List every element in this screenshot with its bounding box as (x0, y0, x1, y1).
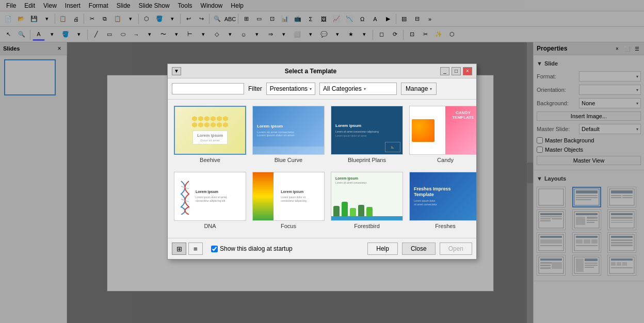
modal-action-buttons: Help Close Open (367, 243, 472, 255)
template-item-beehive[interactable]: Lorem ipsum Dolor sit amet Beehive (174, 106, 246, 166)
template-item-dna[interactable]: Lorem ipsum Lorem ipsum dolor sit amet,c… (174, 172, 246, 232)
modal-search-bar: Filter Presentations ▾ All Categories ▾ … (168, 78, 476, 100)
template-name-dna: DNA (204, 223, 216, 229)
category-select[interactable]: All Categories ▾ (319, 83, 397, 95)
filter-dropdown-arrow: ▾ (310, 87, 312, 91)
template-item-candy[interactable]: CANDYTEMPLATE Candy (409, 106, 476, 166)
template-thumb-candy[interactable]: CANDYTEMPLATE (409, 106, 476, 155)
modal-footer-left: ⊞ ≡ (172, 243, 203, 255)
template-name-beehive: Beehive (200, 157, 220, 163)
manage-btn[interactable]: Manage ▾ (401, 83, 437, 95)
view-grid-btn[interactable]: ⊞ (172, 243, 186, 255)
help-btn[interactable]: Help (367, 243, 398, 255)
template-item-focus[interactable]: Lorem ipsum Lorem ipsum dolor sitconsect… (252, 172, 325, 232)
template-name-blueprint-plans: Blueprint Plans (348, 157, 386, 163)
manage-label: Manage (406, 85, 428, 92)
view-list-btn[interactable]: ≡ (188, 243, 203, 255)
template-item-forestbird[interactable]: Lorem ipsum Lorem sit amet consectetur F… (331, 172, 403, 232)
template-thumb-freshes[interactable]: Freshes ImpressTemplate Lorem ipsum dolo… (409, 172, 476, 221)
template-item-blue-curve[interactable]: Lorem ipsum Lorem sit amet consectetur L… (252, 106, 325, 166)
template-name-freshes: Freshes (435, 223, 456, 229)
template-thumb-beehive[interactable]: Lorem ipsum Dolor sit amet (174, 106, 246, 155)
template-name-focus: Focus (281, 223, 296, 229)
modal-minimize-btn[interactable]: _ (440, 67, 449, 75)
show-dialog-checkbox[interactable] (211, 246, 218, 252)
modal-overlay: ▼ Select a Template _ □ × Filter Present… (0, 0, 644, 323)
modal-title: Select a Template (181, 68, 440, 75)
modal-footer-center: Show this dialog at startup (211, 245, 367, 252)
template-name-blue-curve: Blue Curve (275, 157, 302, 163)
modal-close-btn[interactable]: × (463, 67, 472, 75)
filter-value: Presentations (270, 85, 308, 92)
template-item-freshes[interactable]: Freshes ImpressTemplate Lorem ipsum dolo… (409, 172, 476, 232)
template-grid: Lorem ipsum Dolor sit amet Beehive Lorem… (168, 100, 476, 238)
template-thumb-focus[interactable]: Lorem ipsum Lorem ipsum dolor sitconsect… (252, 172, 325, 221)
filter-label: Filter (248, 85, 262, 92)
category-value: All Categories (323, 85, 362, 92)
close-btn[interactable]: Close (402, 243, 436, 255)
select-template-modal: ▼ Select a Template _ □ × Filter Present… (167, 63, 477, 260)
template-name-forestbird: Forestbird (354, 223, 380, 229)
template-name-candy: Candy (437, 157, 454, 163)
template-search-input[interactable] (172, 83, 244, 94)
open-btn[interactable]: Open (440, 243, 472, 255)
modal-bottom-bar: ⊞ ≡ Show this dialog at startup Help Clo… (168, 238, 476, 259)
modal-maximize-btn[interactable]: □ (452, 67, 461, 75)
template-item-blueprint-plans[interactable]: Lorem ipsum Lorem sit amet consectetur a… (331, 106, 403, 166)
template-thumb-blue-curve[interactable]: Lorem ipsum Lorem sit amet consectetur L… (252, 106, 325, 155)
show-dialog-text: Show this dialog at startup (220, 245, 293, 252)
modal-collapse-btn[interactable]: ▼ (172, 67, 181, 75)
view-toggle-btns: ⊞ ≡ (172, 243, 203, 255)
filter-presentations-select[interactable]: Presentations ▾ (266, 83, 315, 95)
template-thumb-forestbird[interactable]: Lorem ipsum Lorem sit amet consectetur (331, 172, 403, 221)
modal-window-controls: _ □ × (440, 67, 472, 75)
show-dialog-label[interactable]: Show this dialog at startup (211, 245, 293, 252)
template-thumb-blueprint-plans[interactable]: Lorem ipsum Lorem sit amet consectetur a… (331, 106, 403, 155)
modal-titlebar: ▼ Select a Template _ □ × (168, 64, 476, 78)
category-dropdown-arrow: ▾ (364, 87, 366, 91)
manage-dropdown-arrow: ▾ (430, 87, 432, 91)
template-thumb-dna[interactable]: Lorem ipsum Lorem ipsum dolor sit amet,c… (174, 172, 246, 221)
